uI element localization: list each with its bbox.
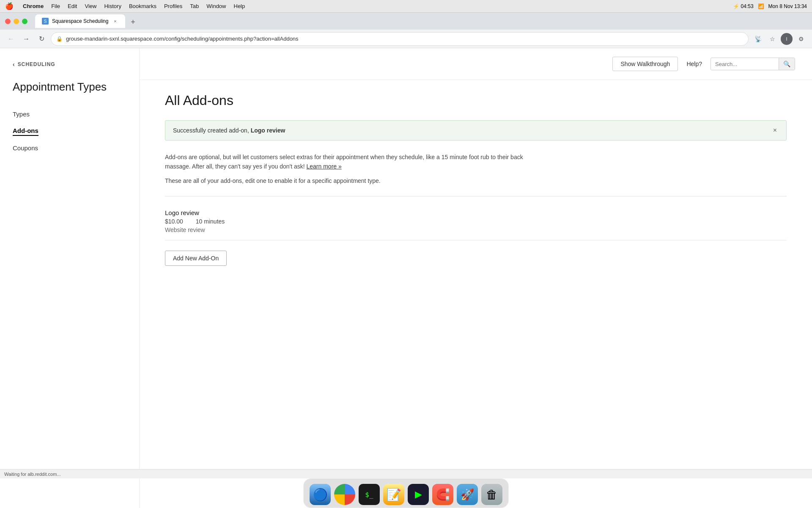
- addon-meta: $10.00 10 minutes: [165, 218, 787, 225]
- dock-item-notes[interactable]: 📝: [383, 484, 404, 505]
- addon-price: $10.00: [165, 218, 183, 225]
- profile-button[interactable]: I: [781, 33, 793, 45]
- help-link[interactable]: Help?: [683, 59, 705, 69]
- sidebar-item-addons-label: Add-ons: [13, 127, 38, 136]
- reload-button[interactable]: ↻: [36, 33, 47, 45]
- sidebar-back-label: SCHEDULING: [18, 61, 55, 67]
- sidebar-title: Appointment Types: [0, 76, 139, 106]
- menu-bookmarks[interactable]: Bookmarks: [129, 3, 156, 9]
- sidebar-item-coupons-label: Coupons: [13, 144, 38, 152]
- menu-window[interactable]: Window: [206, 3, 226, 9]
- new-tab-button[interactable]: +: [127, 16, 139, 28]
- tab-close-button[interactable]: ×: [112, 18, 118, 25]
- add-new-addon-button[interactable]: Add New Add-On: [165, 251, 227, 266]
- dock-item-magnet[interactable]: 🧲: [432, 484, 453, 505]
- search-button[interactable]: 🔍: [779, 58, 795, 70]
- cast-button[interactable]: 📡: [752, 33, 764, 45]
- window-minimize-button[interactable]: [14, 19, 19, 24]
- status-text: Waiting for alb.reddit.com...: [4, 472, 60, 477]
- menu-chrome[interactable]: Chrome: [23, 3, 44, 9]
- sidebar-item-addons[interactable]: Add-ons: [0, 123, 139, 140]
- addon-duration: 10 minutes: [196, 218, 225, 225]
- page-title: All Add-ons: [165, 93, 787, 108]
- apple-logo-icon[interactable]: 🍎: [5, 2, 14, 10]
- search-input[interactable]: [711, 58, 779, 70]
- page-content: All Add-ons Successfully created add-on,…: [140, 80, 812, 279]
- menu-profiles[interactable]: Profiles: [164, 3, 182, 9]
- tab-favicon-icon: S: [42, 18, 49, 25]
- tab-bar: S Squarespace Scheduling × +: [35, 14, 139, 28]
- macos-menubar: 🍎 Chrome File Edit View History Bookmark…: [0, 0, 812, 13]
- menu-tab[interactable]: Tab: [190, 3, 199, 9]
- dock-item-trash[interactable]: 🗑: [481, 484, 502, 505]
- back-arrow-icon: ‹: [13, 61, 15, 68]
- sidebar-item-types-label: Types: [13, 110, 30, 119]
- dock-item-terminal[interactable]: $_: [359, 484, 380, 505]
- status-bar: Waiting for alb.reddit.com...: [0, 469, 812, 478]
- menu-history[interactable]: History: [104, 3, 121, 9]
- chrome-titlebar: S Squarespace Scheduling × +: [0, 13, 812, 30]
- dock-item-finder[interactable]: 🔵: [310, 484, 331, 505]
- search-box: 🔍: [710, 58, 795, 70]
- success-banner: Successfully created add-on, Logo review…: [165, 120, 787, 141]
- success-banner-close-button[interactable]: ×: [771, 127, 779, 134]
- window-controls: [5, 19, 27, 24]
- back-button[interactable]: ←: [5, 33, 17, 45]
- edit-note: These are all of your add-ons, edit one …: [165, 177, 787, 184]
- macos-dock: 🔵 $_ 📝 ▶ 🧲 🚀 🗑: [303, 478, 509, 508]
- addons-list: Logo review $10.00 10 minutes Website re…: [165, 196, 787, 240]
- dock-item-transmit[interactable]: 🚀: [457, 484, 478, 505]
- sidebar-item-coupons[interactable]: Coupons: [0, 140, 139, 157]
- menu-help[interactable]: Help: [234, 3, 245, 9]
- menu-edit[interactable]: Edit: [68, 3, 77, 9]
- menubar-clock: Mon 8 Nov 13:34: [768, 3, 807, 9]
- lock-icon: 🔒: [56, 36, 63, 42]
- menubar-wifi-icon: 📶: [758, 3, 764, 9]
- main-topbar: Show Walkthrough Help? 🔍: [140, 48, 812, 80]
- addon-description: Website review: [165, 226, 787, 233]
- browser-tab[interactable]: S Squarespace Scheduling ×: [35, 14, 125, 28]
- address-bar[interactable]: 🔒 grouse-mandarin-sxnl.squarespace.com/c…: [51, 32, 749, 46]
- forward-button[interactable]: →: [20, 33, 32, 45]
- sidebar-nav: Types Add-ons Coupons: [0, 106, 139, 157]
- addon-name[interactable]: Logo review: [165, 209, 787, 216]
- dock-item-iterm[interactable]: ▶: [408, 484, 429, 505]
- addon-item: Logo review $10.00 10 minutes Website re…: [165, 205, 787, 240]
- menubar-battery-indicator: ⚡ 04:53: [733, 3, 753, 9]
- menu-file[interactable]: File: [51, 3, 60, 9]
- sidebar-item-types[interactable]: Types: [0, 106, 139, 123]
- show-walkthrough-button[interactable]: Show Walkthrough: [612, 57, 678, 71]
- addons-description: Add-ons are optional, but will let custo…: [165, 152, 546, 171]
- sidebar-back-button[interactable]: ‹ SCHEDULING: [0, 61, 139, 76]
- app-container: ‹ SCHEDULING Appointment Types Types Add…: [0, 48, 812, 508]
- window-close-button[interactable]: [5, 19, 11, 24]
- dock-item-chrome[interactable]: [334, 484, 355, 505]
- extensions-button[interactable]: ⚙: [795, 33, 807, 45]
- browser-toolbar: ← → ↻ 🔒 grouse-mandarin-sxnl.squarespace…: [0, 30, 812, 48]
- tab-title: Squarespace Scheduling: [52, 18, 108, 24]
- menu-view[interactable]: View: [85, 3, 96, 9]
- toolbar-actions: 📡 ☆ I ⚙: [752, 33, 807, 45]
- success-message: Successfully created add-on, Logo review: [173, 127, 285, 134]
- window-maximize-button[interactable]: [22, 19, 27, 24]
- url-text: grouse-mandarin-sxnl.squarespace.com/con…: [66, 36, 743, 42]
- bookmark-button[interactable]: ☆: [766, 33, 778, 45]
- main-content: Show Walkthrough Help? 🔍 All Add-ons Suc…: [140, 48, 812, 508]
- success-addon-name: Logo review: [251, 127, 285, 134]
- sidebar: ‹ SCHEDULING Appointment Types Types Add…: [0, 48, 140, 508]
- learn-more-link[interactable]: Learn more »: [307, 163, 342, 170]
